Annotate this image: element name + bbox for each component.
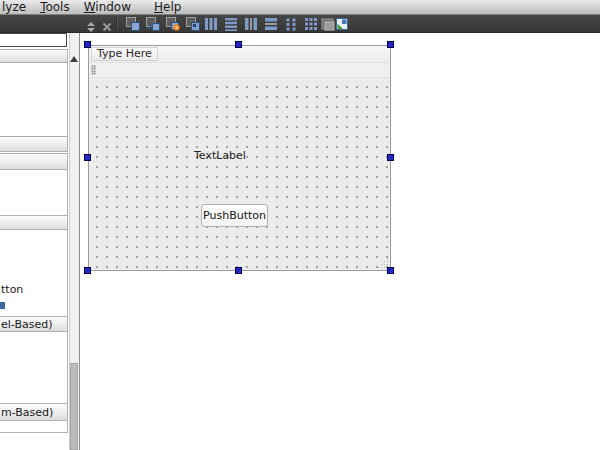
form-toolbar-strip [89,63,390,78]
sidebar-scrollbar-thumb[interactable] [70,363,78,450]
selection-handle-top-center[interactable] [235,41,242,48]
adjust-size-icon[interactable] [334,16,350,32]
menu-item-tools[interactable]: Tools [33,0,77,14]
designed-form[interactable]: Type Here TextLabel PushButton [88,45,391,271]
selection-handle-bottom-center[interactable] [235,267,242,274]
widget-category-header-item-based[interactable]: m-Based) [0,403,68,421]
selection-handle-bottom-left[interactable] [84,267,91,274]
form-editor-pane: Type Here TextLabel PushButton [80,33,600,450]
toolbar-separator [116,17,118,29]
selection-handle-mid-right[interactable] [387,154,394,161]
layout-vertical-splitter-icon[interactable] [263,16,279,32]
widget-items-area [0,63,68,136]
widget-items-area: tton [0,230,68,316]
edit-signals-slots-icon[interactable] [145,16,161,32]
selection-handle-mid-left[interactable] [84,154,91,161]
selection-handle-top-right[interactable] [387,41,394,48]
widget-category-header[interactable] [0,49,68,63]
edit-buddies-icon[interactable] [165,16,181,32]
menu-type-here[interactable]: Type Here [91,47,158,61]
close-icon[interactable] [101,18,117,34]
widget-items-area [0,421,68,433]
layout-horizontal-splitter-icon[interactable] [243,16,259,32]
menu-item-analyze[interactable]: lyze [0,0,33,14]
layout-horizontal-icon[interactable] [203,16,219,32]
menu-item-window[interactable]: Window [77,0,138,14]
widget-item-button[interactable]: tton [1,283,23,296]
widget-items-area [0,170,68,215]
widget-category-header[interactable] [0,153,68,170]
push-button-widget[interactable]: PushButton [201,204,268,227]
menu-item-help[interactable]: Help [147,0,188,14]
edit-widgets-icon[interactable] [125,16,141,32]
layout-grid-icon[interactable] [303,16,319,32]
layout-form-icon[interactable] [283,16,299,32]
widget-category-header-model-based[interactable]: el-Based) [0,316,68,332]
toolbar-grip-icon[interactable] [91,65,96,75]
text-label-widget[interactable]: TextLabel [194,149,246,162]
selection-handle-top-left[interactable] [84,41,91,48]
widget-filter-input[interactable] [0,33,67,47]
widget-item-icon[interactable] [0,302,5,309]
widget-items-area [0,332,68,403]
scroll-up-icon[interactable] [70,56,78,62]
form-canvas[interactable]: TextLabel PushButton [89,78,390,270]
selection-handle-bottom-right[interactable] [387,267,394,274]
widget-category-header[interactable] [0,136,68,152]
form-toolbar [0,15,600,33]
form-menu-bar: Type Here [89,46,390,63]
app-window: lyze Tools Window Help [0,0,600,450]
widget-category-header[interactable] [0,215,68,230]
edit-tab-order-icon[interactable] [185,16,201,32]
adjust-vertical-icon[interactable] [85,18,101,34]
menu-bar: lyze Tools Window Help [0,0,600,15]
layout-vertical-icon[interactable] [223,16,239,32]
